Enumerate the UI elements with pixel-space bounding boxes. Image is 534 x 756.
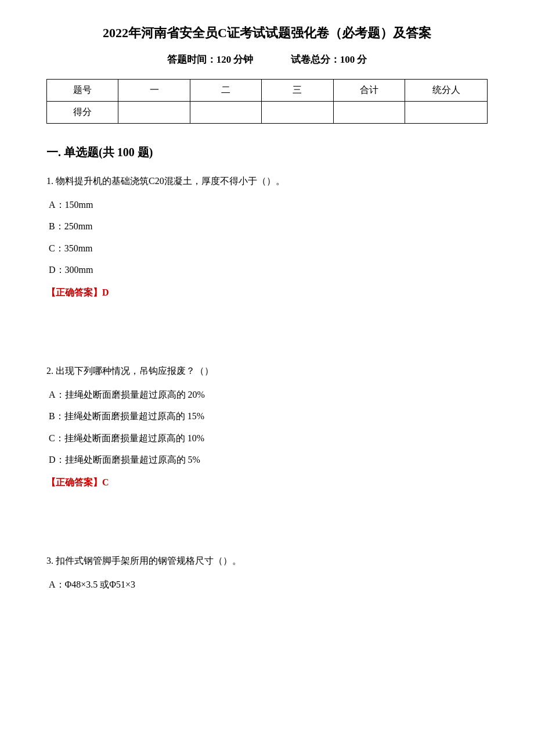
question-2-block: 2. 出现下列哪种情况，吊钩应报废？（） A：挂绳处断面磨损量超过原高的 20%… bbox=[46, 363, 488, 489]
option-a-label: A： bbox=[49, 200, 65, 210]
score-table-data-row: 得分 bbox=[47, 102, 488, 124]
question-1-answer: 【正确答案】D bbox=[46, 287, 488, 299]
question-2-option-b: B：挂绳处断面磨损量超过原高的 15% bbox=[46, 408, 488, 424]
col-header-2: 二 bbox=[190, 80, 261, 102]
option-d-label: D： bbox=[49, 265, 65, 275]
exam-time: 答题时间：120 分钟 bbox=[167, 54, 254, 65]
question-1-text: 1. 物料提升机的基础浇筑C20混凝土，厚度不得小于（）。 bbox=[46, 173, 488, 189]
question-3-text: 3. 扣件式钢管脚手架所用的钢管规格尺寸（）。 bbox=[46, 553, 488, 568]
q3-option-a-label: A： bbox=[49, 579, 65, 589]
section-one-title: 一. 单选题(共 100 题) bbox=[46, 145, 488, 160]
question-1-option-b: B：250mm bbox=[46, 218, 488, 234]
q2-option-c-label: C： bbox=[49, 433, 64, 443]
question-3-block: 3. 扣件式钢管脚手架所用的钢管规格尺寸（）。 A：Φ48×3.5 或Φ51×3 bbox=[46, 553, 488, 592]
answer-value-2: C bbox=[102, 477, 109, 487]
score-cell-2 bbox=[190, 102, 261, 124]
option-a-text: 150mm bbox=[65, 200, 93, 210]
col-header-total: 合计 bbox=[333, 80, 405, 102]
answer-prefix-1: 【正确答案】 bbox=[46, 287, 102, 297]
spacer-3 bbox=[46, 506, 488, 530]
question-3-option-a: A：Φ48×3.5 或Φ51×3 bbox=[46, 577, 488, 592]
col-header-3: 三 bbox=[262, 80, 333, 102]
q2-option-b-text: 挂绳处断面磨损量超过原高的 15% bbox=[64, 411, 204, 421]
score-cell-1 bbox=[118, 102, 190, 124]
spacer-4 bbox=[46, 530, 488, 553]
q3-option-a-text: Φ48×3.5 或Φ51×3 bbox=[65, 579, 135, 589]
question-2-option-a: A：挂绳处断面磨损量超过原高的 20% bbox=[46, 387, 488, 402]
option-d-text: 300mm bbox=[65, 265, 93, 275]
q2-option-a-label: A： bbox=[49, 390, 65, 399]
question-2-option-c: C：挂绳处断面磨损量超过原高的 10% bbox=[46, 430, 488, 446]
option-c-label: C： bbox=[49, 243, 64, 253]
question-1-option-d: D：300mm bbox=[46, 262, 488, 278]
q2-option-c-text: 挂绳处断面磨损量超过原高的 10% bbox=[64, 433, 204, 443]
answer-prefix-2: 【正确答案】 bbox=[46, 477, 102, 487]
option-c-text: 350mm bbox=[64, 243, 93, 253]
question-1-option-c: C：350mm bbox=[46, 240, 488, 256]
option-b-label: B： bbox=[49, 221, 64, 231]
question-2-text: 2. 出现下列哪种情况，吊钩应报废？（） bbox=[46, 363, 488, 379]
question-2-option-d: D：挂绳处断面磨损量超过原高的 5% bbox=[46, 452, 488, 467]
question-1-block: 1. 物料提升机的基础浇筑C20混凝土，厚度不得小于（）。 A：150mm B：… bbox=[46, 173, 488, 299]
score-table-header-row: 题号 一 二 三 合计 统分人 bbox=[47, 80, 488, 102]
answer-value-1: D bbox=[102, 287, 109, 297]
total-score: 试卷总分：100 分 bbox=[291, 54, 367, 65]
score-label: 得分 bbox=[47, 102, 118, 124]
q2-option-d-label: D： bbox=[49, 455, 65, 465]
score-cell-total bbox=[333, 102, 405, 124]
question-1-option-a: A：150mm bbox=[46, 197, 488, 213]
q2-option-a-text: 挂绳处断面磨损量超过原高的 20% bbox=[65, 390, 205, 399]
spacer-1 bbox=[46, 316, 488, 340]
exam-info: 答题时间：120 分钟 试卷总分：100 分 bbox=[46, 53, 488, 66]
col-header-scorer: 统分人 bbox=[405, 80, 488, 102]
spacer-2 bbox=[46, 340, 488, 363]
q2-option-b-label: B： bbox=[49, 411, 64, 421]
col-header-tihao: 题号 bbox=[47, 80, 118, 102]
col-header-1: 一 bbox=[118, 80, 190, 102]
question-2-answer: 【正确答案】C bbox=[46, 477, 488, 489]
option-b-text: 250mm bbox=[64, 221, 93, 231]
page-title: 2022年河南省安全员C证考试试题强化卷（必考题）及答案 bbox=[46, 23, 488, 42]
q2-option-d-text: 挂绳处断面磨损量超过原高的 5% bbox=[65, 455, 200, 465]
score-cell-scorer bbox=[405, 102, 488, 124]
score-table: 题号 一 二 三 合计 统分人 得分 bbox=[46, 79, 488, 124]
score-cell-3 bbox=[262, 102, 333, 124]
